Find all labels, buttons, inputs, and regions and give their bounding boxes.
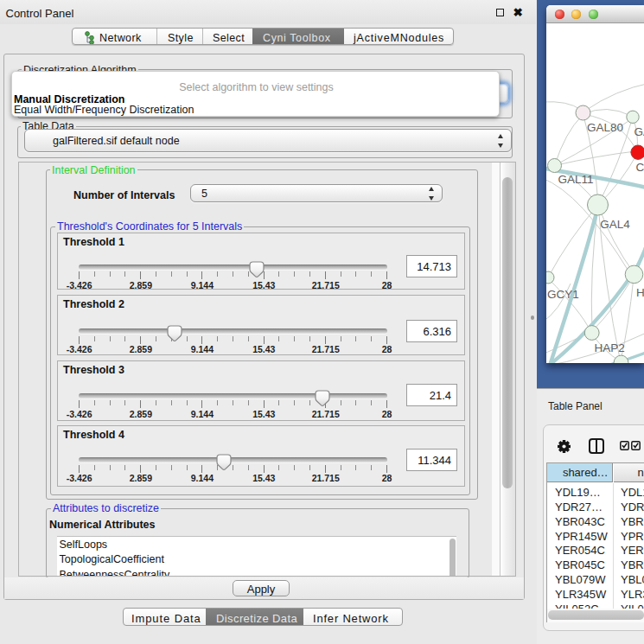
svg-text:HIS: HIS <box>636 286 644 299</box>
svg-text:GCY1: GCY1 <box>547 288 579 301</box>
svg-text:GAL11: GAL11 <box>558 173 593 186</box>
svg-text:HAP2: HAP2 <box>594 341 624 354</box>
svg-text:GAL80: GAL80 <box>586 121 622 134</box>
svg-text:GAL4: GAL4 <box>600 218 630 231</box>
svg-text:GAL2: GAL2 <box>634 125 644 138</box>
svg-text:CYC: CYC <box>635 161 644 174</box>
